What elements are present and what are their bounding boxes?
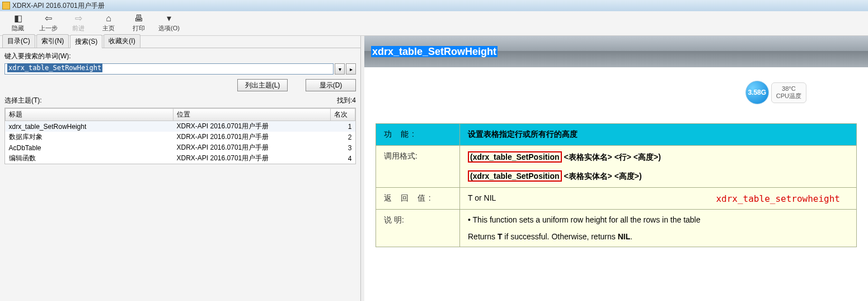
print-button[interactable]: 🖶 打印	[125, 12, 152, 35]
tab-favorites[interactable]: 收藏夹(I)	[104, 34, 140, 48]
call1-fn: (xdrx_table_SetPosition	[468, 151, 562, 163]
desc-text: • This function sets a uniform row heigh…	[460, 210, 857, 247]
results-table: 标题 位置 名次 xdrx_table_SetRowHeight XDRX-AP…	[5, 108, 355, 164]
search-row: xdrx_table_SetRowHeight ▾ ▸	[4, 63, 356, 75]
col-title[interactable]: 标题	[6, 109, 173, 121]
call-text: (xdrx_table_SetPosition <表格实体名> <行> <高度>…	[460, 146, 857, 188]
main: 目录(C) 索引(N) 搜索(S) 收藏夹(I) 键入要搜索的单词(W): xd…	[0, 36, 868, 301]
ret-label: 返 回 值:	[376, 188, 460, 210]
search-label: 键入要搜索的单词(W):	[4, 52, 356, 61]
titlebar: XDRX-API 2016.0701用户手册	[0, 0, 868, 11]
call-label: 调用格式:	[376, 146, 460, 188]
tab-contents[interactable]: 目录(C)	[2, 34, 35, 48]
options-button[interactable]: ▾ 选项(O)	[156, 12, 182, 35]
call2-rest: <表格实体名> <高度>)	[562, 172, 642, 180]
search-panel: 键入要搜索的单词(W): xdrx_table_SetRowHeight ▾ ▸…	[0, 48, 360, 168]
table-row[interactable]: 数据库对象 XDRX-API 2016.0701用户手册 2	[6, 132, 355, 142]
back-button[interactable]: ⇦ 上一步	[35, 12, 62, 35]
tabs: 目录(C) 索引(N) 搜索(S) 收藏夹(I)	[0, 36, 360, 48]
row-call: 调用格式: (xdrx_table_SetPosition <表格实体名> <行…	[376, 146, 857, 188]
go-button[interactable]: ▸	[346, 63, 356, 75]
doc-table: 功 能: 设置表格指定行或所有行的高度 调用格式: (xdrx_table_Se…	[376, 123, 857, 247]
dropdown-button[interactable]: ▾	[335, 63, 345, 75]
page-title: xdrx_table_SetRowHeight	[371, 46, 498, 58]
col-rank[interactable]: 名次	[331, 109, 355, 121]
home-icon: ⌂	[106, 14, 111, 23]
red-annotation: xdrx_table_setrowheight	[716, 193, 840, 204]
options-icon: ▾	[167, 14, 171, 23]
home-button[interactable]: ⌂ 主页	[95, 12, 122, 35]
desc-line2: Returns T if successful. Otherwise, retu…	[468, 232, 848, 241]
forward-icon: ⇨	[75, 14, 82, 23]
found-label: 找到:4	[337, 96, 356, 105]
call1-rest: <表格实体名> <行> <高度>)	[562, 152, 661, 161]
func-label: 功 能:	[376, 124, 460, 146]
button-row: 列出主题(L) 显示(D)	[4, 79, 356, 91]
select-topic-label: 选择主题(T):	[4, 96, 42, 105]
call-line-1: (xdrx_table_SetPosition <表格实体名> <行> <高度>…	[468, 151, 848, 163]
left-pane: 目录(C) 索引(N) 搜索(S) 收藏夹(I) 键入要搜索的单词(W): xd…	[0, 36, 361, 301]
row-desc: 说 明: • This function sets a uniform row …	[376, 210, 857, 247]
table-row[interactable]: xdrx_table_SetRowHeight XDRX-API 2016.07…	[6, 121, 355, 132]
hide-button[interactable]: ◧ 隐藏	[4, 12, 31, 35]
toolbar: ◧ 隐藏 ⇦ 上一步 ⇨ 前进 ⌂ 主页 🖶 打印 ▾ 选项(O)	[0, 11, 868, 36]
search-value: xdrx_table_SetRowHeight	[7, 63, 102, 72]
table-row[interactable]: AcDbTable XDRX-API 2016.0701用户手册 3	[6, 142, 355, 153]
doc-body: xdrx_table_setrowheight 功 能: 设置表格指定行或所有行…	[364, 67, 868, 258]
print-icon: 🖶	[134, 14, 143, 23]
row-function: 功 能: 设置表格指定行或所有行的高度	[376, 124, 857, 146]
func-text: 设置表格指定行或所有行的高度	[460, 124, 857, 146]
app-icon	[2, 2, 10, 10]
desc-bullet: • This function sets a uniform row heigh…	[468, 215, 848, 224]
content-header: xdrx_table_SetRowHeight	[364, 36, 868, 67]
call-line-2: (xdrx_table_SetPosition <表格实体名> <高度>)	[468, 170, 848, 182]
tab-index[interactable]: 索引(N)	[36, 34, 69, 48]
content-pane: xdrx_table_SetRowHeight 3.58G 38°C CPU温度…	[364, 36, 868, 301]
topic-row: 选择主题(T): 找到:4	[4, 96, 356, 105]
display-button[interactable]: 显示(D)	[306, 79, 356, 91]
search-input[interactable]: xdrx_table_SetRowHeight	[4, 63, 334, 75]
desc-label: 说 明:	[376, 210, 460, 247]
list-topics-button[interactable]: 列出主题(L)	[237, 79, 288, 91]
hide-icon: ◧	[14, 14, 22, 23]
col-location[interactable]: 位置	[173, 109, 331, 121]
results: 标题 位置 名次 xdrx_table_SetRowHeight XDRX-AP…	[4, 108, 356, 164]
forward-button[interactable]: ⇨ 前进	[65, 12, 92, 35]
call2-fn: (xdrx_table_SetPosition	[468, 170, 562, 182]
back-icon: ⇦	[45, 14, 52, 23]
table-row[interactable]: 编辑函数 XDRX-API 2016.0701用户手册 4	[6, 153, 355, 164]
tab-search[interactable]: 搜索(S)	[70, 35, 102, 48]
window-title: XDRX-API 2016.0701用户手册	[12, 1, 105, 11]
